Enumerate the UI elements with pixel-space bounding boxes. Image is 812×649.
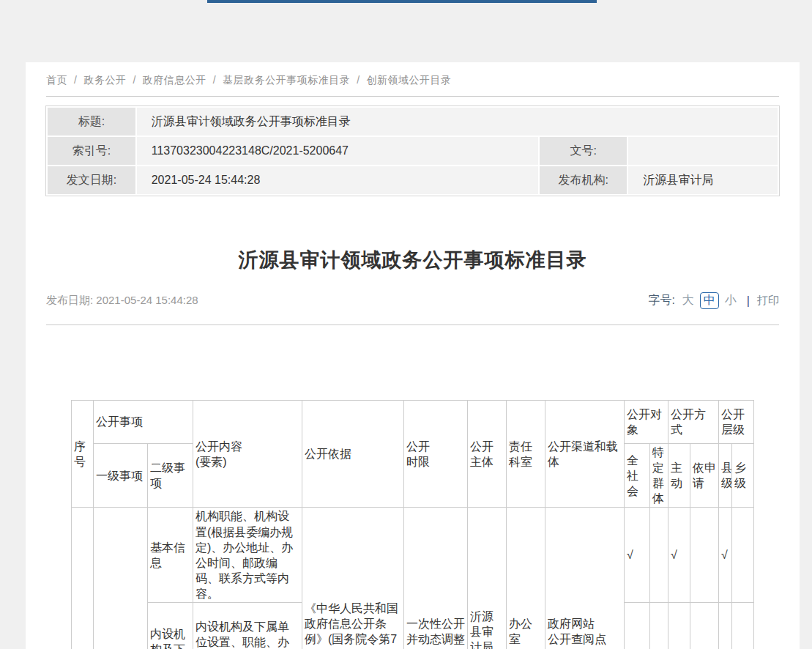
meta-row-date: 发文日期: 2021-05-24 15:44:28 发布机构: 沂源县审计局 [48,166,778,194]
print-button[interactable]: 打印 [757,294,779,308]
cell-time-limit: 一次性公开并动态调整 [404,508,468,649]
catalog-header-row-1: 序号 公开事项 公开内容 (要素) 公开依据 公开 时限 公开主体 责任科室 公… [72,401,754,444]
cell-content: 机构职能、机构设置(根据县委编办规定)、办公地址、办公时间、邮政编码、联系方式等… [193,508,302,603]
header-level-group: 公开层级 [719,401,754,444]
meta-title-label: 标题: [48,108,135,136]
toolbar-divider: | [747,294,750,308]
catalog-row-basic-info: 基本信息 机构职能、机构设置(根据县委编办规定)、办公地址、办公时间、邮政编码、… [72,508,754,603]
content-card: 首页/政务公开/政府信息公开/基层政务公开事项标准目录/创新领域公开目录 标题:… [26,62,800,649]
cell-mark-county: √ [719,508,732,603]
meta-index-value: 11370323004223148C/2021-5200647 [137,137,538,165]
header-target-group: 公开对象 [625,401,668,444]
font-size-small-button[interactable]: 小 [725,293,737,308]
cell-mark-proactive: √ [668,508,690,603]
meta-docno-label: 文号: [540,137,627,165]
meta-org-value: 沂源县审计局 [628,166,778,194]
header-content: 公开内容 (要素) [193,401,302,508]
meta-title-value: 沂源县审计领域政务公开事项标准目录 [137,108,778,136]
header-method-group: 公开方式 [668,401,719,444]
header-proactive: 主动 [668,444,690,508]
header-subject: 公开主体 [468,401,507,508]
publish-date: 发布日期: 2021-05-24 15:44:28 [46,294,198,308]
breadcrumb-separator: / [357,74,360,86]
breadcrumb-zhengwu-link[interactable]: 政务公开 [83,74,126,86]
cell-mark-on-request [690,508,719,603]
header-open-items: 公开事项 [94,401,193,444]
breadcrumb-current-link[interactable]: 创新领域公开目录 [367,74,452,86]
publish-toolbar: 发布日期: 2021-05-24 15:44:28 字号: 大 中 小 | 打印 [46,292,779,309]
cell-seq [72,508,94,649]
breadcrumb-home-link[interactable]: 首页 [46,74,67,86]
meta-row-title: 标题: 沂源县审计领域政务公开事项标准目录 [48,108,778,136]
breadcrumb-separator: / [133,74,135,86]
top-nav-bottom-border [207,0,597,3]
header-level1: 一级事项 [94,444,148,508]
breadcrumb-catalog-link[interactable]: 基层政务公开事项标准目录 [223,74,350,86]
cell-mark-county: √ [719,603,732,649]
content-divider [46,324,779,325]
cell-channel: 政府网站 公开查阅点 [545,508,625,649]
header-level2: 二级事项 [148,444,193,508]
header-county: 县级 [719,444,732,508]
header-time-limit: 公开 时限 [404,401,468,508]
cell-sub-item: 内设机构及下属事业单位 [148,603,193,649]
header-all-society: 全社会 [625,444,650,508]
cell-department: 办公室 [507,508,545,649]
cell-mark-specific-group [650,603,668,649]
publish-date-value: 2021-05-24 15:44:28 [96,294,198,306]
cell-level1 [94,508,148,649]
cell-basis: 《中华人民共和国政府信息公开条例》(国务院令第711号) [302,508,404,649]
cell-mark-on-request [690,603,719,649]
page-title: 沂源县审计领域政务公开事项标准目录 [46,247,779,273]
header-seq: 序号 [72,401,94,508]
breadcrumb-divider [46,96,779,97]
header-on-request: 依申请 [690,444,719,508]
cell-sub-item: 基本信息 [148,508,193,603]
cell-mark-proactive: √ [668,603,690,649]
cell-mark-township [732,603,754,649]
breadcrumb: 首页/政务公开/政府信息公开/基层政务公开事项标准目录/创新领域公开目录 [46,62,779,87]
header-channel: 公开渠道和载体 [545,401,625,508]
meta-date-label: 发文日期: [48,166,135,194]
cell-mark-all-society: √ [625,508,650,603]
cell-subject: 沂源县审计局 [468,508,507,649]
breadcrumb-separator: / [74,74,77,86]
header-specific-group: 特定群体 [650,444,668,508]
breadcrumb-gov-info-link[interactable]: 政府信息公开 [143,74,206,86]
meta-date-value: 2021-05-24 15:44:28 [137,166,538,194]
font-size-large-button[interactable]: 大 [682,293,694,308]
cell-mark-specific-group [650,508,668,603]
header-township: 乡级 [732,444,754,508]
cell-mark-township [732,508,754,603]
meta-row-index: 索引号: 11370323004223148C/2021-5200647 文号: [48,137,778,165]
font-size-tools: 字号: 大 中 小 | 打印 [648,292,779,309]
meta-docno-value [628,137,778,165]
header-basis: 公开依据 [302,401,404,508]
font-size-medium-button[interactable]: 中 [700,292,719,309]
meta-org-label: 发布机构: [540,166,627,194]
disclosure-catalog-table: 序号 公开事项 公开内容 (要素) 公开依据 公开 时限 公开主体 责任科室 公… [71,400,754,649]
meta-index-label: 索引号: [48,137,135,165]
document-meta-table: 标题: 沂源县审计领域政务公开事项标准目录 索引号: 1137032300422… [46,106,779,196]
cell-content: 内设机构及下属单位设置、职能、办公地址、办公时间、联系方式、负责人姓名等信息。 [193,603,302,649]
header-department: 责任科室 [507,401,545,508]
breadcrumb-separator: / [213,74,216,86]
publish-date-label: 发布日期: [46,294,93,306]
cell-mark-all-society: √ [625,603,650,649]
font-size-label: 字号: [648,293,674,308]
